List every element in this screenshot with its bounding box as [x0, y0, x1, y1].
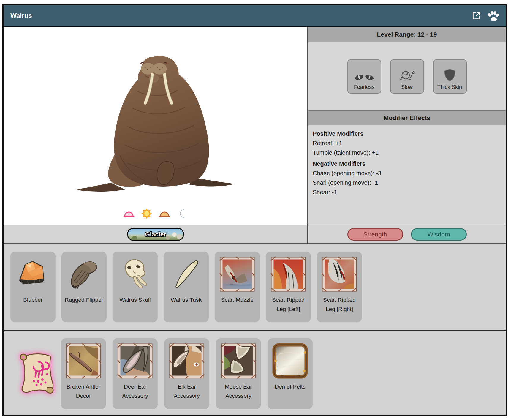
level-range-bar: Level Range: 12 - 19	[308, 27, 506, 42]
biome-button-glacier[interactable]: Glacier	[127, 228, 184, 241]
dusk-art	[159, 209, 170, 219]
item-label: Rugged Flipper	[65, 295, 103, 304]
trait-button[interactable]: Fearless	[347, 59, 381, 94]
blubber-art	[15, 256, 51, 293]
walrus-page: Walrus	[0, 0, 511, 420]
rune-scroll-icon	[16, 349, 58, 397]
item-label: Scar: Ripped Leg [Right]	[318, 295, 360, 314]
scar-leg-right-art	[321, 256, 358, 293]
item-label: Walrus Skull	[120, 295, 151, 304]
dawn-art	[123, 209, 135, 219]
positive-modifier: Retreat: +1	[313, 138, 500, 148]
drop-item-card[interactable]: Scar: Muzzle	[215, 252, 260, 322]
stat-pill[interactable]: Wisdom	[411, 228, 467, 241]
walrus-illustration	[65, 39, 243, 200]
modifier-effects-title: Modifier Effects	[384, 114, 431, 121]
elk-ear-art	[168, 342, 205, 379]
modifier-effects-bar: Modifier Effects	[308, 110, 506, 125]
drop-item-card[interactable]: Walrus Tusk	[164, 252, 209, 322]
walrus-skull-art	[117, 256, 154, 293]
drop-item-card[interactable]: Blubber	[10, 252, 56, 322]
decor-item-card[interactable]: Elk Ear Accessory	[164, 338, 209, 409]
paw-icon[interactable]	[487, 10, 499, 21]
item-label: Scar: Ripped Leg [Left]	[267, 295, 309, 314]
trait-label: Thick Skin	[437, 84, 462, 90]
external-link-icon[interactable]	[471, 11, 481, 21]
item-label: Deer Ear Accessory	[114, 382, 156, 400]
modifier-list: Positive Modifiers Retreat: +1Tumble (ta…	[308, 125, 506, 197]
trait-button[interactable]: Slow	[390, 59, 424, 94]
scar-muzzle-art	[219, 256, 256, 293]
item-label: Moose Ear Accessory	[217, 382, 260, 400]
positive-modifiers-header: Positive Modifiers	[313, 129, 500, 138]
traits-row: Fearless Slow Thick Skin	[308, 42, 506, 110]
rugged-flipper-art	[66, 256, 102, 293]
broken-antler-art	[65, 342, 102, 379]
drops-section: Blubber Rugged Flipper Walru	[4, 244, 506, 331]
snail-art	[399, 66, 415, 82]
day-art	[141, 209, 152, 219]
positive-modifier: Tumble (talent move): +1	[313, 148, 500, 157]
page-title: Walrus	[10, 12, 32, 20]
item-label: Den of Pelts	[275, 382, 306, 391]
trait-label: Slow	[401, 84, 413, 90]
item-label: Scar: Muzzle	[221, 295, 254, 304]
moose-ear-art	[220, 342, 257, 379]
biome-section: Glacier	[4, 225, 308, 243]
negative-modifier: Chase (opening move): -3	[313, 168, 500, 178]
stat-pill[interactable]: Strength	[347, 228, 403, 241]
decor-section: Broken Antler Decor Deer Ear Accessory	[4, 331, 506, 415]
biome-row: Glacier StrengthWisdom	[4, 225, 506, 244]
decor-item-card[interactable]: Den of Pelts	[268, 338, 313, 409]
den-of-pelts-art	[272, 342, 309, 379]
trait-button[interactable]: Thick Skin	[433, 59, 467, 94]
title-bar: Walrus	[4, 5, 506, 27]
level-range-text: Level Range: 12 - 19	[377, 31, 437, 38]
night-art	[177, 209, 188, 219]
item-label: Broken Antler Decor	[62, 382, 105, 400]
scar-leg-left-art	[270, 256, 307, 293]
drop-item-card[interactable]: Scar: Ripped Leg [Left]	[266, 252, 311, 322]
drop-item-card[interactable]: Rugged Flipper	[61, 252, 107, 322]
deer-ear-art	[117, 342, 154, 379]
main-row: Level Range: 12 - 19 Fearless Slow	[4, 27, 506, 225]
drop-item-card[interactable]: Walrus Skull	[113, 252, 158, 322]
creature-art-panel	[4, 27, 308, 225]
item-label: Elk Ear Accessory	[166, 382, 208, 400]
stats-panel: Level Range: 12 - 19 Fearless Slow	[308, 27, 506, 225]
negative-modifier: Snarl (opening move): -1	[313, 178, 500, 187]
negative-modifiers-header: Negative Modifiers	[313, 159, 500, 168]
drop-item-card[interactable]: Scar: Ripped Leg [Right]	[317, 252, 362, 322]
time-of-day-row	[4, 209, 307, 219]
walrus-tusk-art	[168, 256, 205, 293]
decor-item-card[interactable]: Broken Antler Decor	[61, 338, 106, 409]
decor-item-card[interactable]: Moose Ear Accessory	[216, 338, 261, 409]
page-frame: Walrus	[2, 4, 507, 416]
shield-art	[443, 66, 457, 82]
item-label: Walrus Tusk	[171, 295, 202, 304]
decor-item-card[interactable]: Deer Ear Accessory	[113, 338, 158, 409]
stat-pills-section: StrengthWisdom	[308, 225, 506, 243]
cat-eyes-art	[354, 66, 375, 82]
item-label: Blubber	[23, 295, 43, 304]
negative-modifier: Shear: -1	[313, 187, 500, 197]
trait-label: Fearless	[354, 84, 374, 90]
